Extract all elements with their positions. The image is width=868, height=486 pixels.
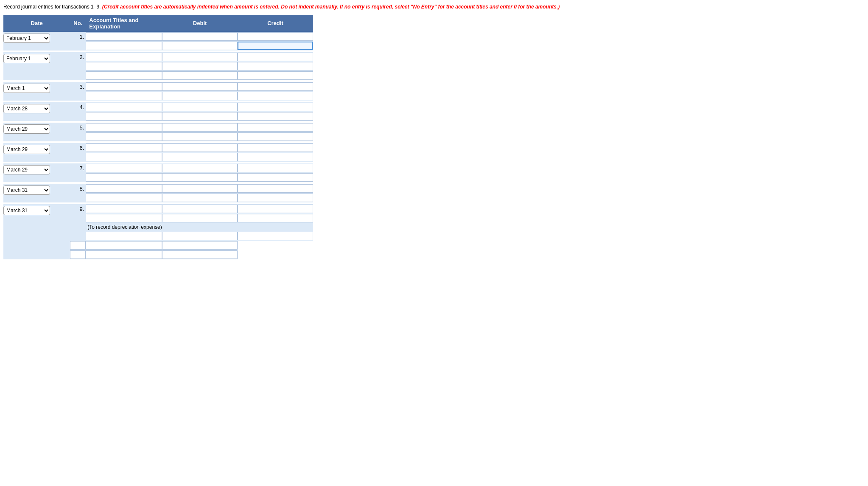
debit-cell-2-2[interactable]	[162, 71, 238, 80]
credit-field-3-0[interactable]	[238, 82, 313, 91]
credit-cell-3-0[interactable]	[238, 82, 313, 91]
credit-field-8-0[interactable]	[238, 184, 313, 193]
debit-cell-8-0[interactable]	[162, 184, 238, 193]
date-select-6[interactable]: February 1February 28March 1March 28Marc…	[3, 145, 50, 154]
debit-field-1-0[interactable]	[162, 32, 238, 41]
credit-field-5-0[interactable]	[238, 123, 313, 132]
credit-field-6-1[interactable]	[238, 153, 313, 161]
account-field-2-1[interactable]	[86, 62, 162, 70]
account-input-1-1[interactable]	[86, 41, 162, 51]
credit-cell-3-1[interactable]	[238, 91, 313, 101]
credit-cell-9-0[interactable]	[238, 204, 313, 214]
account-input-4-0[interactable]	[86, 102, 162, 112]
credit-cell-1-1[interactable]	[238, 41, 313, 51]
credit-cell-8-1[interactable]	[238, 193, 313, 202]
debit-cell-4-0[interactable]	[162, 102, 238, 112]
account-field-9-1[interactable]	[86, 214, 162, 222]
extra-credit-field-9-2[interactable]	[162, 250, 238, 259]
date-select-3[interactable]: February 1February 28March 1March 28Marc…	[3, 84, 50, 93]
debit-field-1-1[interactable]	[162, 42, 238, 50]
account-input-7-0[interactable]	[86, 163, 162, 173]
debit-field-4-0[interactable]	[162, 103, 238, 111]
debit-cell-7-0[interactable]	[162, 163, 238, 173]
credit-cell-2-0[interactable]	[238, 52, 313, 62]
account-input-4-1[interactable]	[86, 112, 162, 121]
debit-field-9-1[interactable]	[162, 214, 238, 222]
account-field-6-0[interactable]	[86, 143, 162, 152]
credit-field-4-0[interactable]	[238, 103, 313, 111]
extra-debit-field-9-0[interactable]	[162, 232, 238, 240]
account-field-3-1[interactable]	[86, 92, 162, 100]
debit-cell-9-0[interactable]	[162, 204, 238, 214]
account-input-9-1[interactable]	[86, 214, 162, 223]
credit-cell-2-2[interactable]	[238, 71, 313, 80]
account-input-1-0[interactable]	[86, 32, 162, 41]
extra-credit-field-9-0[interactable]	[238, 232, 313, 240]
debit-field-3-0[interactable]	[162, 82, 238, 91]
credit-field-2-0[interactable]	[238, 53, 313, 61]
account-field-8-1[interactable]	[86, 194, 162, 202]
credit-cell-4-1[interactable]	[238, 112, 313, 121]
date-select-8[interactable]: February 1February 28March 1March 28Marc…	[3, 185, 50, 195]
credit-cell-9-1[interactable]	[238, 214, 313, 223]
debit-cell-6-1[interactable]	[162, 152, 238, 162]
date-select-7[interactable]: February 1February 28March 1March 28Marc…	[3, 165, 50, 174]
debit-cell-3-0[interactable]	[162, 82, 238, 91]
date-select-1[interactable]: February 1February 28March 1March 28Marc…	[3, 34, 50, 43]
debit-cell-2-0[interactable]	[162, 52, 238, 62]
account-field-3-0[interactable]	[86, 82, 162, 91]
extra-credit-field-9-1[interactable]	[162, 241, 238, 250]
account-input-8-1[interactable]	[86, 193, 162, 202]
credit-field-1-1[interactable]	[238, 42, 313, 50]
account-field-4-0[interactable]	[86, 103, 162, 111]
account-field-8-0[interactable]	[86, 184, 162, 193]
account-field-7-0[interactable]	[86, 164, 162, 172]
debit-field-5-1[interactable]	[162, 132, 238, 141]
debit-cell-1-1[interactable]	[162, 41, 238, 51]
credit-cell-2-1[interactable]	[238, 62, 313, 71]
credit-field-5-1[interactable]	[238, 132, 313, 141]
account-field-1-1[interactable]	[86, 42, 162, 50]
debit-cell-4-1[interactable]	[162, 112, 238, 121]
account-field-5-1[interactable]	[86, 132, 162, 141]
debit-cell-5-1[interactable]	[162, 132, 238, 141]
debit-cell-5-0[interactable]	[162, 123, 238, 132]
credit-cell-1-0[interactable]	[238, 32, 313, 41]
account-input-9-0[interactable]	[86, 204, 162, 214]
credit-cell-6-1[interactable]	[238, 152, 313, 162]
debit-field-6-0[interactable]	[162, 143, 238, 152]
account-field-9-0[interactable]	[86, 205, 162, 213]
credit-field-9-1[interactable]	[238, 214, 313, 222]
debit-field-8-1[interactable]	[162, 194, 238, 202]
debit-cell-8-1[interactable]	[162, 193, 238, 202]
debit-field-6-1[interactable]	[162, 153, 238, 161]
debit-field-2-0[interactable]	[162, 53, 238, 61]
account-input-3-1[interactable]	[86, 91, 162, 101]
debit-cell-6-0[interactable]	[162, 143, 238, 152]
extra-debit-field-9-2[interactable]	[86, 250, 162, 259]
credit-cell-5-0[interactable]	[238, 123, 313, 132]
credit-field-2-1[interactable]	[238, 62, 313, 70]
date-select-9[interactable]: February 1February 28March 1March 28Marc…	[3, 206, 50, 215]
debit-field-4-1[interactable]	[162, 112, 238, 121]
extra-account-field-9-1[interactable]	[70, 241, 86, 250]
account-input-7-1[interactable]	[86, 173, 162, 182]
debit-field-5-0[interactable]	[162, 123, 238, 132]
date-select-4[interactable]: February 1February 28March 1March 28Marc…	[3, 104, 50, 113]
debit-cell-3-1[interactable]	[162, 91, 238, 101]
credit-field-1-0[interactable]	[238, 32, 313, 41]
credit-field-4-1[interactable]	[238, 112, 313, 121]
account-input-2-2[interactable]	[86, 71, 162, 80]
credit-cell-8-0[interactable]	[238, 184, 313, 193]
credit-field-7-1[interactable]	[238, 173, 313, 182]
debit-field-9-0[interactable]	[162, 205, 238, 213]
account-field-5-0[interactable]	[86, 123, 162, 132]
extra-account-field-9-0[interactable]	[86, 232, 162, 240]
account-input-6-1[interactable]	[86, 152, 162, 162]
debit-cell-9-1[interactable]	[162, 214, 238, 223]
credit-cell-4-0[interactable]	[238, 102, 313, 112]
credit-field-9-0[interactable]	[238, 205, 313, 213]
account-field-2-0[interactable]	[86, 53, 162, 61]
extra-account-field-9-2[interactable]	[70, 250, 86, 259]
credit-field-8-1[interactable]	[238, 194, 313, 202]
